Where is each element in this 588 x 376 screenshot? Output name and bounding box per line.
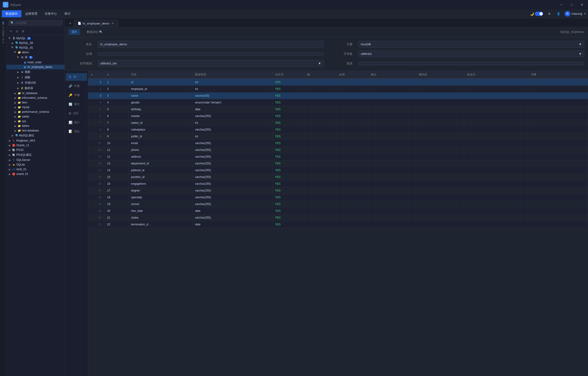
tree-item-tables-db[interactable]: ▶ 📁 tables [7,123,65,128]
table-row[interactable]: 6 6 marital varchar(255) YES [88,113,588,120]
auto-inc-value[interactable] [97,52,324,55]
tree-item-mysql56[interactable]: ▶ 🐬 MySQL_56 [7,41,65,45]
tree-item-demo[interactable]: ▶ 📁 demo [7,50,65,55]
tree-item-oracle19[interactable]: ▶ 🔴 oracle 19 [7,172,65,176]
tree-label: PG10 [16,148,24,152]
close-button[interactable]: ✕ [579,1,585,8]
tree-item-mysql[interactable]: ▶ 🗄 MySQL 3 [7,36,65,41]
table-row[interactable]: 9 9 politic_id int YES [88,133,588,140]
menu-task-center[interactable]: 任务中心 [41,10,61,17]
toggle-switch[interactable] [535,12,543,16]
tree-item-perf-schema[interactable]: ▶ 📁 performance_schema [7,110,65,114]
table-row[interactable]: 10 10 email varchar(255) YES [88,140,588,147]
tree-item-sqlite[interactable]: ▶ ◆ SQLite [7,162,65,167]
tab-close-button[interactable]: ✕ [111,22,115,25]
table-row[interactable]: 5 5 birthday date YES [88,106,588,113]
menu-audit[interactable]: 审计 [61,10,74,17]
tree-item-sakila[interactable]: ▶ 📁 sakila [7,114,65,119]
table-row[interactable]: 22 22 termination_d... date YES [88,221,588,228]
table-row[interactable]: 1 1 id int YES [88,79,588,86]
sidenav-stats[interactable]: 📊 统计 [66,119,87,126]
sidebar-icon-save[interactable]: 保存查询 [0,35,6,41]
tree-item-procedures[interactable]: ▶ ⚙ 存储过程 [7,80,65,86]
tree-item-item[interactable]: ▶ 📁 item [7,100,65,105]
cell-datatype: int [192,79,272,86]
table-row[interactable]: 20 20 hire_date date YES [88,208,588,214]
table-row[interactable]: 18 18 specialty varchar(255) YES [88,194,588,201]
tab-hr-employee[interactable]: 📄 hr_employee_demo ✕ [74,20,118,27]
tree-item-mysql-test[interactable]: ▶ 🐬 MySQL测试 [7,133,65,138]
add-tab-button[interactable]: + [67,20,74,27]
sidebar-icon-arrow[interactable]: ‹ [0,44,6,49]
theme-toggle[interactable]: 🌙 [530,12,543,16]
tree-item-oracle11[interactable]: ▶ 🔴 Oracle_11 [7,143,65,148]
table-row[interactable]: 8 8 nativeplace varchar(255) YES [88,126,588,133]
tab-props[interactable]: 属性 [69,29,80,35]
table-row[interactable]: 2 2 employee_id int YES [88,86,588,92]
sidenav-partitions[interactable]: ⊞ 分区 [66,110,87,117]
engine-select[interactable]: InnoDB ▼ [358,41,584,48]
refresh-btn[interactable]: ↻ [8,29,13,34]
sidenav-foreignkeys[interactable]: 🔑 外键 [66,91,87,99]
table-name-value[interactable]: hr_employee_demo [97,41,324,48]
tree-item-triggers[interactable]: ▶ ⚡ 触发器 [7,86,65,91]
tree-item-tables[interactable]: ▶ ⊞ 表 2 [7,55,65,60]
search-icon-data[interactable]: 🔍 [99,30,103,34]
sort-rule-select[interactable]: utf8mb3_bin ▼ [97,60,324,67]
table-row[interactable]: 16 16 engageform varchar(255) YES [88,180,588,187]
table-row[interactable]: 12 12 address varchar(255) YES [88,154,588,160]
filter-btn[interactable]: ⊞ [21,29,26,34]
cell-rownum: 8 [88,126,104,133]
tree-label: hr_database [22,91,38,95]
cell-datatype: date [192,106,272,113]
tree-item-sys[interactable]: ▶ 📁 sys [7,119,65,123]
tree-item-sqlserver[interactable]: ▶ S SQLServer [7,158,65,162]
tree-item-mysql-db[interactable]: ▶ 📁 mysql [7,105,65,110]
sidenav-constraints[interactable]: 🔗 约束 [66,82,87,90]
table-row[interactable]: 14 14 joblevel_id varchar(255) YES [88,167,588,174]
tree-item-mysql81[interactable]: ▶ 🐬 MySQL_81 [7,45,65,50]
sidenav-indexes[interactable]: 🔄 索引 [66,100,87,108]
search-box[interactable]: 🔍 [8,20,63,26]
table-row[interactable]: 7 7 nation_id int YES [88,120,588,126]
tree-item-kingbase[interactable]: ▶ K Kingbase_v8r3 [7,138,65,143]
desc-value[interactable] [358,62,584,65]
monitor-icon[interactable]: 🖥 [546,11,553,17]
tree-item-dm8[interactable]: ▶ DM dm8_01 [7,167,65,172]
engine-value: InnoDB [361,43,371,46]
table-row[interactable]: 3 3 name varchar(50) YES [88,92,588,99]
settings-icon[interactable]: 👤 [555,11,562,17]
table-row[interactable]: 4 4 gender enum('male','female') YES [88,99,588,106]
tree-item-hrdb[interactable]: ▶ 📁 hr_database [7,91,65,96]
minimize-button[interactable]: ─ [558,1,565,8]
maximize-button[interactable]: □ [568,1,575,8]
table-row[interactable]: 17 17 degree varchar(255) YES [88,187,588,194]
user-dropdown-arrow[interactable]: ▼ [584,12,586,15]
tree-item-hotel-order[interactable]: ▦ hotel_order [7,60,65,65]
sidenav-columns[interactable]: ☰ 列 [66,73,87,81]
menu-data-ops[interactable]: 数据操作 [2,10,21,17]
tree-item-functions[interactable]: ▶ ƒ 函数 [7,75,65,80]
tree-item-hr-employee[interactable]: ▦ hr_employee_demo [7,65,65,69]
tree-item-pgsql[interactable]: ▶ 🐘 PGSQL测试 [7,152,65,158]
tab-data[interactable]: 数据(50) 🔍 [84,29,105,35]
collapse-btn[interactable]: ⊟ [14,29,20,34]
menu-ops-mgmt[interactable]: 运维管理 [21,10,41,17]
sidenav-ddl[interactable]: 📝 DDL [66,128,87,135]
cell-datatype: int [192,133,272,140]
cell-extra [416,154,464,160]
tree-item-views[interactable]: ▶ 👁 视图 [7,69,65,75]
tree-item-info-schema[interactable]: ▶ 📁 information_schema [7,96,65,100]
table-row[interactable]: 11 11 phone varchar(255) YES [88,147,588,154]
charset-select[interactable]: utf8mb3 ▼ [358,50,584,57]
table-row[interactable]: 15 15 position_id varchar(255) YES [88,174,588,180]
search-input[interactable] [15,21,61,24]
table-row[interactable]: 19 19 school varchar(255) YES [88,201,588,208]
cell-rownum: 12 [88,154,104,160]
tree-item-test-db[interactable]: ▶ 📁 test-database [7,128,65,133]
user-info[interactable]: M maicong ▼ [565,11,586,17]
tree-label: PGSQL测试 [16,153,32,157]
tree-item-pg10[interactable]: ▶ 🐘 PG10 [7,148,65,152]
table-row[interactable]: 13 13 department_id varchar(255) YES [88,160,588,167]
table-row[interactable]: 21 21 states varchar(255) YES [88,214,588,221]
